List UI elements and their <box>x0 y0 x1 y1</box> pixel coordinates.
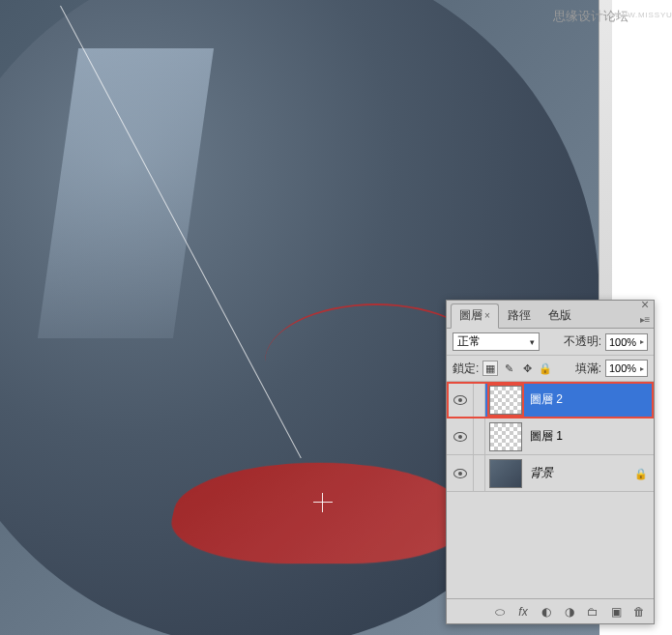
lock-fill-row: 鎖定: ▦ ✎ ✥ 🔒 填滿: 100% ▸ <box>447 356 654 382</box>
tab-paths[interactable]: 路徑 <box>499 303 540 328</box>
opacity-input[interactable]: 100% ▸ <box>605 333 648 351</box>
blend-mode-select[interactable]: 正常 ▾ <box>453 332 540 351</box>
cursor-crosshair <box>313 493 333 512</box>
watermark-url: WWW.MISSYUAN.COM <box>612 11 672 19</box>
layer-thumbnail[interactable] <box>489 422 522 451</box>
panel-close-button[interactable]: × <box>638 299 652 312</box>
panel-menu-button[interactable]: ▸≡ <box>638 314 652 328</box>
layer-name[interactable]: 圖層 2 <box>526 391 654 408</box>
visibility-toggle[interactable] <box>447 382 474 418</box>
layers-panel: × ▸≡ 圖層× 路徑 色版 正常 ▾ 不透明: 100% ▸ 鎖定: ▦ ✎ … <box>446 300 655 624</box>
tab-label: 色版 <box>548 308 571 322</box>
lock-all-button[interactable]: 🔒 <box>538 361 553 376</box>
layer-group-button[interactable]: 🗀 <box>582 602 603 621</box>
panel-tabs: 圖層× 路徑 色版 <box>447 301 654 329</box>
delete-layer-button[interactable]: 🗑 <box>628 602 650 621</box>
layer-name[interactable]: 背景 <box>526 465 634 481</box>
chevron-down-icon: ▾ <box>530 337 535 347</box>
fill-input[interactable]: 100% ▸ <box>605 360 648 377</box>
chevron-right-icon: ▸ <box>640 337 644 346</box>
layer-row[interactable]: 背景 🔒 <box>447 455 654 492</box>
tab-channels[interactable]: 色版 <box>540 303 580 328</box>
layer-row[interactable]: 圖層 2 <box>447 382 654 419</box>
eye-icon <box>453 395 467 405</box>
layer-row[interactable]: 圖層 1 <box>447 419 654 455</box>
eye-icon <box>453 469 467 478</box>
new-layer-button[interactable]: ▣ <box>605 602 627 621</box>
lock-position-button[interactable]: ✥ <box>519 361 535 376</box>
visibility-toggle[interactable] <box>447 455 474 491</box>
blend-mode-value: 正常 <box>457 333 481 350</box>
layer-name[interactable]: 圖層 1 <box>526 428 654 445</box>
lock-icon: 🔒 <box>634 468 646 479</box>
fill-label: 填滿: <box>575 361 601 377</box>
tab-label: 圖層 <box>459 308 482 322</box>
opacity-label: 不透明: <box>564 333 601 350</box>
adjustment-layer-button[interactable]: ◑ <box>559 602 580 621</box>
eye-icon <box>453 432 467 442</box>
link-layers-button[interactable]: ⬭ <box>489 602 511 621</box>
layer-style-button[interactable]: fx <box>512 602 534 621</box>
tab-label: 路徑 <box>508 308 531 322</box>
panel-footer: ⬭ fx ◐ ◑ 🗀 ▣ 🗑 <box>447 598 654 623</box>
ruler-vertical[interactable] <box>599 0 612 300</box>
opacity-value: 100% <box>609 336 636 348</box>
layer-mask-button[interactable]: ◐ <box>536 602 557 621</box>
link-column[interactable] <box>474 419 485 454</box>
lock-label: 鎖定: <box>453 361 479 377</box>
link-column[interactable] <box>474 382 485 418</box>
layers-list: 圖層 2 圖層 1 背景 🔒 <box>447 382 654 492</box>
lock-transparency-button[interactable]: ▦ <box>482 361 498 376</box>
visibility-toggle[interactable] <box>447 419 474 454</box>
tab-layers[interactable]: 圖層× <box>451 303 499 329</box>
chevron-right-icon: ▸ <box>640 364 644 373</box>
lock-buttons: ▦ ✎ ✥ 🔒 <box>482 361 553 376</box>
layer-thumbnail[interactable] <box>489 459 522 488</box>
fill-value: 100% <box>609 362 636 374</box>
link-column[interactable] <box>474 455 485 491</box>
blend-opacity-row: 正常 ▾ 不透明: 100% ▸ <box>447 329 654 356</box>
lock-pixels-button[interactable]: ✎ <box>501 361 516 376</box>
layer-thumbnail[interactable] <box>489 386 522 415</box>
tab-close-icon[interactable]: × <box>484 310 490 321</box>
